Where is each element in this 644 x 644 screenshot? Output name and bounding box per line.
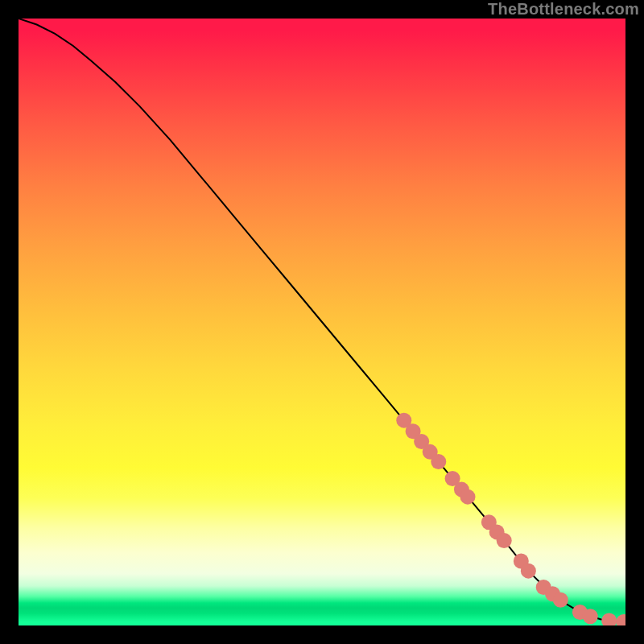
data-point [601, 613, 617, 625]
data-point [460, 489, 475, 505]
chart-svg [19, 19, 625, 625]
chart-frame: TheBottleneck.com [0, 0, 644, 644]
data-point [521, 564, 536, 579]
data-point [616, 614, 625, 625]
data-markers [396, 413, 625, 625]
plot-area [19, 19, 625, 625]
bottleneck-curve [19, 19, 625, 621]
data-point [583, 609, 598, 624]
data-point [553, 592, 568, 608]
watermark-text: TheBottleneck.com [488, 0, 639, 19]
data-point [431, 454, 446, 469]
data-point [497, 533, 512, 548]
